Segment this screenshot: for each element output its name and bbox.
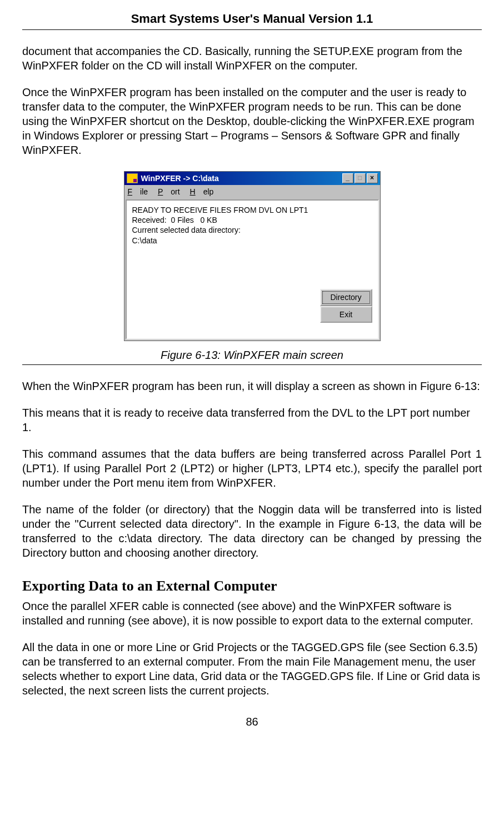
directory-button[interactable]: Directory xyxy=(320,289,372,306)
exit-button[interactable]: Exit xyxy=(320,306,372,323)
client-area: READY TO RECEIVE FILES FROM DVL ON LPT1 … xyxy=(126,199,379,339)
window-controls: _ □ × xyxy=(341,173,378,183)
menu-help[interactable]: Help xyxy=(190,187,214,196)
body-paragraph: When the WinPXFER program has been run, … xyxy=(22,379,482,393)
page-number: 86 xyxy=(22,714,482,729)
status-line: Received: 0 Files 0 KB xyxy=(132,215,372,225)
menu-port[interactable]: Port xyxy=(158,187,180,196)
status-line: READY TO RECEIVE FILES FROM DVL ON LPT1 xyxy=(132,205,372,215)
body-paragraph: document that accompanies the CD. Basica… xyxy=(22,44,482,73)
window-title: WinPXFER -> C:\data xyxy=(141,173,219,183)
figure-container: WinPXFER -> C:\data _ □ × File Port Help… xyxy=(22,171,482,341)
menu-bar: File Port Help xyxy=(124,185,380,198)
section-heading: Exporting Data to an External Computer xyxy=(22,577,482,596)
body-paragraph: This command assumes that the data buffe… xyxy=(22,447,482,490)
body-paragraph: This means that it is ready to receive d… xyxy=(22,406,482,434)
close-button[interactable]: × xyxy=(367,173,378,183)
figure-caption: Figure 6-13: WinPXFER main screen xyxy=(22,348,482,365)
maximize-button[interactable]: □ xyxy=(355,173,366,183)
menu-file[interactable]: File xyxy=(128,187,148,196)
body-paragraph: The name of the folder (or directory) th… xyxy=(22,502,482,560)
body-paragraph: Once the parallel XFER cable is connecte… xyxy=(22,599,482,628)
body-paragraph: All the data in one or more Line or Grid… xyxy=(22,640,482,698)
winpxfer-window: WinPXFER -> C:\data _ □ × File Port Help… xyxy=(124,171,381,341)
body-paragraph: Once the WinPXFER program has been insta… xyxy=(22,85,482,157)
minimize-button[interactable]: _ xyxy=(342,173,353,183)
app-icon xyxy=(127,173,138,183)
status-line: Current selected data directory: xyxy=(132,225,372,235)
document-header: Smart Systems User's Manual Version 1.1 xyxy=(22,11,482,30)
status-line: C:\data xyxy=(132,236,372,246)
title-bar: WinPXFER -> C:\data _ □ × xyxy=(124,172,380,185)
